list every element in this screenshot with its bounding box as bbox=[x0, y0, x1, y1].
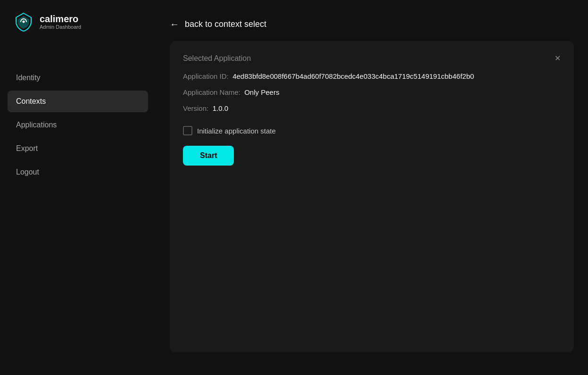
back-nav[interactable]: ← back to context select bbox=[170, 19, 574, 30]
selected-application-card: Selected Application ✕ Application ID: 4… bbox=[170, 41, 574, 352]
sidebar-item-applications[interactable]: Applications bbox=[8, 114, 148, 136]
back-arrow-icon: ← bbox=[170, 19, 179, 30]
initialize-state-label: Initialize application state bbox=[197, 127, 276, 135]
sidebar-item-export[interactable]: Export bbox=[8, 138, 148, 159]
application-id-label: Application ID: bbox=[183, 72, 229, 80]
logo-icon bbox=[13, 11, 34, 32]
start-button[interactable]: Start bbox=[183, 146, 234, 166]
application-name-label: Application Name: bbox=[183, 88, 240, 96]
application-name-row: Application Name: Only Peers bbox=[183, 88, 561, 97]
card-header: Selected Application ✕ bbox=[183, 54, 561, 63]
application-id-value: 4ed83bfd8e008f667b4ad60f7082bcedc4e033c4… bbox=[232, 72, 474, 80]
sidebar: calimero Admin Dashboard Identity Contex… bbox=[0, 0, 156, 375]
card-title: Selected Application bbox=[183, 54, 251, 63]
svg-point-0 bbox=[23, 21, 25, 23]
sidebar-item-logout[interactable]: Logout bbox=[8, 161, 148, 183]
version-value: 1.0.0 bbox=[213, 104, 228, 112]
version-row: Version: 1.0.0 bbox=[183, 104, 561, 113]
sidebar-item-contexts[interactable]: Contexts bbox=[8, 91, 148, 112]
back-nav-label: back to context select bbox=[185, 19, 266, 29]
sidebar-nav: Identity Contexts Applications Export Lo… bbox=[0, 67, 156, 183]
brand-name: calimero bbox=[40, 14, 81, 24]
application-name-value: Only Peers bbox=[244, 88, 279, 96]
logo-text: calimero Admin Dashboard bbox=[40, 14, 81, 30]
version-label: Version: bbox=[183, 104, 208, 112]
initialize-state-checkbox[interactable] bbox=[183, 126, 192, 135]
application-id-row: Application ID: 4ed83bfd8e008f667b4ad60f… bbox=[183, 72, 561, 81]
main-content: ← back to context select Selected Applic… bbox=[156, 0, 588, 375]
logo-area: calimero Admin Dashboard bbox=[0, 0, 156, 43]
initialize-state-row: Initialize application state bbox=[183, 126, 561, 135]
close-button[interactable]: ✕ bbox=[555, 55, 561, 62]
sidebar-item-identity[interactable]: Identity bbox=[8, 67, 148, 89]
brand-subtitle: Admin Dashboard bbox=[40, 24, 81, 30]
